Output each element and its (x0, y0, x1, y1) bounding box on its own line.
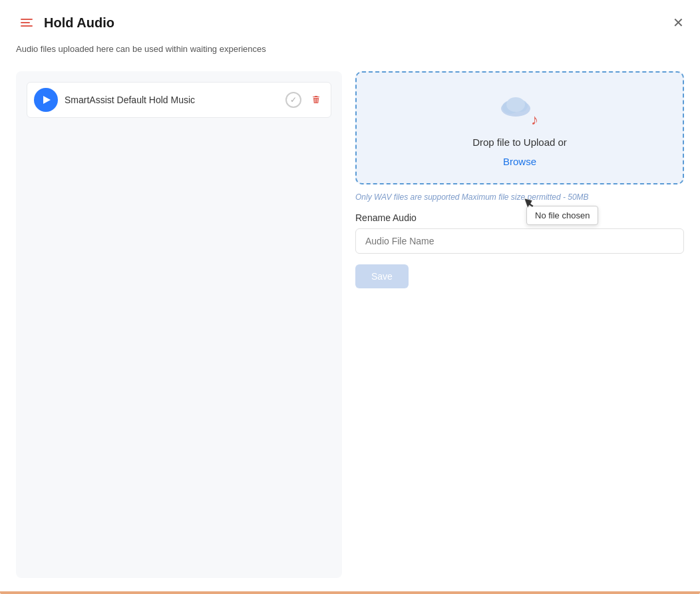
upload-hint: Only WAV files are supported Maximum fil… (355, 192, 684, 202)
modal-subtitle: Audio files uploaded here can be used wi… (0, 41, 700, 65)
save-button[interactable]: Save (355, 264, 409, 288)
modal-body: SmartAssist Default Hold Music ✓ (0, 65, 700, 594)
rename-section: Rename Audio (355, 212, 684, 254)
bottom-bar (0, 591, 700, 594)
music-lines-icon (16, 12, 37, 33)
cloud-icon (498, 93, 533, 118)
right-panel: ♪ Drop file to Upload or Browse No file … (355, 71, 684, 578)
upload-zone[interactable]: ♪ Drop file to Upload or Browse No file … (355, 71, 684, 184)
rename-label: Rename Audio (355, 212, 684, 223)
svg-point-3 (506, 97, 525, 112)
trash-icon (311, 95, 321, 105)
left-panel: SmartAssist Default Hold Music ✓ (16, 71, 342, 578)
browse-link[interactable]: Browse (503, 156, 536, 167)
check-icon: ✓ (285, 92, 301, 108)
modal-header: Hold Audio ✕ (0, 0, 700, 41)
audio-name: SmartAssist Default Hold Music (65, 95, 279, 105)
upload-icon: ♪ (498, 93, 541, 129)
audio-item: SmartAssist Default Hold Music ✓ (27, 82, 331, 118)
drop-file-text: Drop file to Upload or (472, 137, 567, 148)
music-note-icon: ♪ (531, 111, 538, 129)
modal-title: Hold Audio (44, 15, 684, 31)
delete-button[interactable] (308, 93, 324, 107)
play-button[interactable] (34, 88, 58, 112)
modal-container: Hold Audio ✕ Audio files uploaded here c… (0, 0, 700, 594)
no-file-tooltip: No file chosen (526, 206, 598, 225)
play-icon (43, 96, 51, 104)
rename-input[interactable] (355, 228, 684, 254)
close-button[interactable]: ✕ (670, 12, 687, 33)
